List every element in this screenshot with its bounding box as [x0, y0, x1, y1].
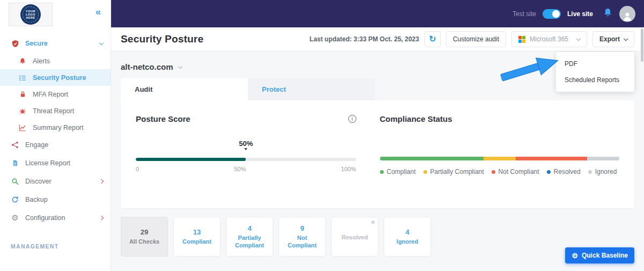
gear-icon [11, 214, 19, 222]
export-button[interactable]: Export [592, 31, 634, 47]
sidebar-collapse-icon[interactable] [96, 6, 101, 18]
tenant-dropdown[interactable]: Microsoft 365 [511, 31, 587, 47]
status-dot [371, 221, 375, 224]
stat-card-partially-compliant[interactable]: 4 Partially Compliant [226, 217, 273, 257]
legend-item: Resolved [547, 168, 581, 175]
bug-icon [18, 107, 27, 115]
stats-row: 29 All Checks 13 Compliant 4 Partially C… [121, 217, 634, 257]
posture-bar-track [136, 158, 356, 161]
stat-label: Compliant [179, 238, 215, 245]
quick-baseline-label: Quick Baseline [582, 252, 628, 259]
management-section-label: MANAGEMENT [0, 243, 111, 250]
microsoft-logo-icon [518, 36, 525, 43]
gear-icon [572, 252, 578, 259]
logo: YOUR LOGO HERE [9, 3, 53, 26]
legend-dot [380, 170, 384, 174]
export-menu-item-pdf[interactable]: PDF [556, 56, 634, 72]
sync-icon [11, 196, 19, 203]
stat-card-not-compliant[interactable]: 9 Not Compliant [279, 217, 326, 257]
logo-badge: YOUR LOGO HERE [20, 4, 41, 25]
scrollbar-thumb[interactable] [641, 28, 643, 62]
compliance-bar [380, 157, 620, 160]
page-header: Security Posture Last updated: 3:33 PM O… [111, 27, 644, 52]
legend-item: Compliant [380, 168, 416, 175]
stat-value: 9 [300, 224, 304, 232]
site-mode-toggle[interactable] [543, 9, 561, 19]
sidebar-item-discover[interactable]: Discover [0, 172, 111, 191]
scale-max: 100% [341, 166, 356, 172]
bell-icon [18, 57, 27, 65]
sidebar-item-secure[interactable]: Secure [0, 34, 111, 53]
tab-audit[interactable]: Audit [121, 78, 248, 100]
posture-score-panel: Posture Score 50% 0 50% 100% [136, 114, 378, 194]
refresh-icon [429, 35, 436, 43]
tenant-label: Microsoft 365 [530, 35, 573, 43]
search-icon [11, 178, 19, 185]
document-icon [11, 159, 19, 167]
compliance-segment-not-compliant [516, 157, 588, 160]
legend-item: Partially Compliant [423, 168, 484, 175]
test-site-label: Test site [513, 10, 536, 18]
sidebar-item-label: MFA Report [33, 91, 68, 98]
compliance-status-title: Compliance Status [380, 114, 452, 123]
sidebar-item-label: Security Posture [33, 74, 86, 82]
stat-value: 13 [193, 228, 201, 236]
legend-item: Not Compliant [492, 168, 539, 175]
export-menu-item-scheduled-reports[interactable]: Scheduled Reports [556, 72, 634, 88]
stat-card-compliant[interactable]: 13 Compliant [173, 217, 221, 257]
app-screen: YOUR LOGO HERE Secure Alerts [0, 0, 644, 271]
sidebar-item-label: Alerts [33, 57, 50, 65]
sidebar-item-label: Threat Report [33, 107, 74, 115]
posture-score-title: Posture Score [136, 114, 191, 123]
compliance-segment-partially-compliant [484, 157, 516, 160]
chevron-down-icon [624, 36, 628, 41]
sidebar-item-label: License Report [25, 159, 70, 167]
legend-dot [588, 170, 592, 174]
legend-dot [423, 170, 427, 174]
lock-icon [18, 91, 27, 98]
page-title: Security Posture [121, 33, 203, 45]
stat-value: 29 [141, 228, 148, 236]
stat-card-ignored[interactable]: 4 Ignored [384, 217, 431, 257]
sidebar-item-license-report[interactable]: License Report [0, 154, 111, 172]
shield-icon [11, 40, 19, 48]
notification-bell-icon[interactable] [603, 8, 613, 20]
stat-card-all-checks[interactable]: 29 All Checks [121, 217, 168, 257]
sidebar-item-summary-report[interactable]: Summary Report [0, 119, 111, 136]
stat-label: Resolved [339, 233, 371, 241]
posture-gauge: 50% 0 50% 100% [136, 158, 356, 172]
posture-card: Posture Score 50% 0 50% 100% [121, 100, 634, 208]
stat-label: Not Compliant [279, 234, 325, 250]
compliance-segment-ignored [587, 157, 619, 160]
refresh-button[interactable] [425, 31, 441, 47]
share-icon [11, 141, 19, 149]
compliance-status-panel: Compliance Status CompliantPartially Com… [378, 114, 620, 194]
sidebar-item-mfa-report[interactable]: MFA Report [0, 86, 111, 102]
info-icon[interactable] [348, 115, 356, 123]
sidebar-item-backup[interactable]: Backup [0, 191, 111, 209]
avatar[interactable] [619, 6, 635, 22]
sidebar-item-label: Summary Report [33, 124, 83, 131]
sidebar-item-security-posture[interactable]: Security Posture [0, 69, 111, 86]
legend-item: Ignored [588, 168, 617, 175]
chart-icon [18, 124, 27, 131]
customize-audit-button[interactable]: Customize audit [446, 31, 506, 47]
quick-baseline-button[interactable]: Quick Baseline [565, 247, 634, 263]
scale-min: 0 [136, 166, 139, 172]
posture-bar-fill [136, 158, 246, 161]
sidebar-item-alerts[interactable]: Alerts [0, 53, 111, 69]
sidebar-item-configuration[interactable]: Configuration [0, 209, 111, 227]
legend-dot [547, 170, 551, 174]
posture-scale: 0 50% 100% [136, 166, 356, 172]
sidebar: YOUR LOGO HERE Secure Alerts [0, 0, 111, 271]
chevron-down-icon [178, 64, 182, 68]
stat-card-resolved[interactable]: Resolved [331, 217, 378, 257]
sidebar-item-label: Configuration [25, 214, 65, 222]
sidebar-item-threat-report[interactable]: Threat Report [0, 102, 111, 119]
sidebar-item-label: Backup [25, 196, 48, 203]
tab-protect[interactable]: Protect [248, 78, 375, 100]
stat-label: All Checks [126, 238, 163, 245]
sidebar-item-engage[interactable]: Engage [0, 136, 111, 154]
chevron-right-icon [99, 179, 104, 184]
stat-value: 4 [247, 224, 251, 232]
